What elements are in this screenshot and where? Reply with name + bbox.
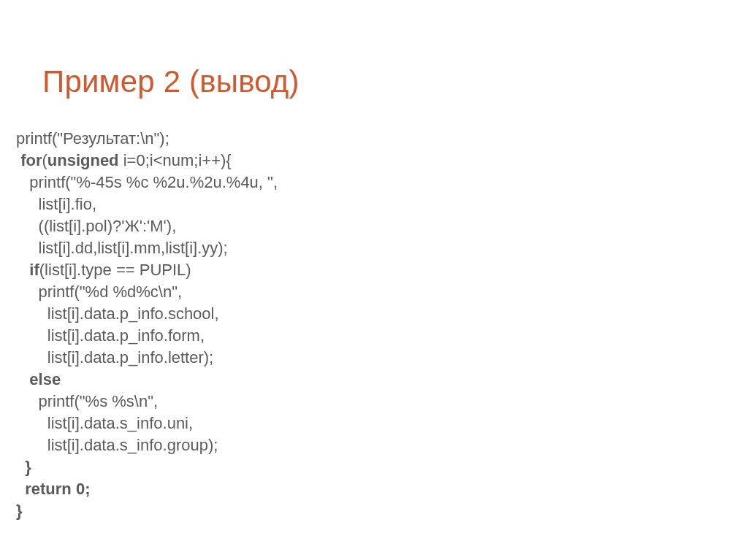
code-line-11: list[i].data.p_info.letter); (16, 348, 213, 367)
code-line-14: list[i].data.s_info.uni, (16, 414, 193, 432)
code-line-6: list[i].dd,list[i].mm,list[i].yy); (16, 239, 228, 257)
code-line-7-rest: (list[i].type == PUPIL) (39, 261, 191, 279)
code-line-15: list[i].data.s_info.group); (16, 436, 218, 454)
code-line-2-paren: ( (42, 151, 47, 169)
code-line-16: } (16, 458, 31, 476)
code-block: printf("Результат:\n"); for(unsigned i=0… (16, 128, 278, 522)
code-line-12-pad (16, 370, 29, 388)
code-line-17-pad (16, 480, 25, 498)
code-line-3: printf("%-45s %c %2u.%2u.%4u, ", (16, 173, 278, 191)
code-line-10: list[i].data.p_info.form, (16, 326, 205, 345)
code-line-5: ((list[i].pol)?'Ж':'М'), (16, 217, 176, 235)
code-line-1: printf("Результат:\n"); (16, 129, 169, 147)
code-line-2-rest: i=0;i<num;i++){ (119, 151, 232, 169)
code-line-7-pad (16, 261, 29, 279)
keyword-return: return (25, 480, 72, 498)
code-line-4: list[i].fio, (16, 195, 96, 213)
keyword-unsigned: unsigned (47, 151, 119, 169)
code-line-17-rest: 0; (72, 480, 91, 498)
keyword-if: if (29, 261, 39, 279)
code-line-18: } (16, 502, 23, 520)
slide-title: Пример 2 (вывод) (42, 64, 299, 99)
slide: Пример 2 (вывод) printf("Результат:\n");… (0, 0, 748, 560)
code-line-13: printf("%s %s\n", (16, 392, 158, 410)
keyword-for: for (20, 151, 42, 169)
code-line-8: printf("%d %d%c\n", (16, 283, 182, 301)
code-line-9: list[i].data.p_info.school, (16, 304, 219, 323)
keyword-else: else (29, 370, 61, 388)
